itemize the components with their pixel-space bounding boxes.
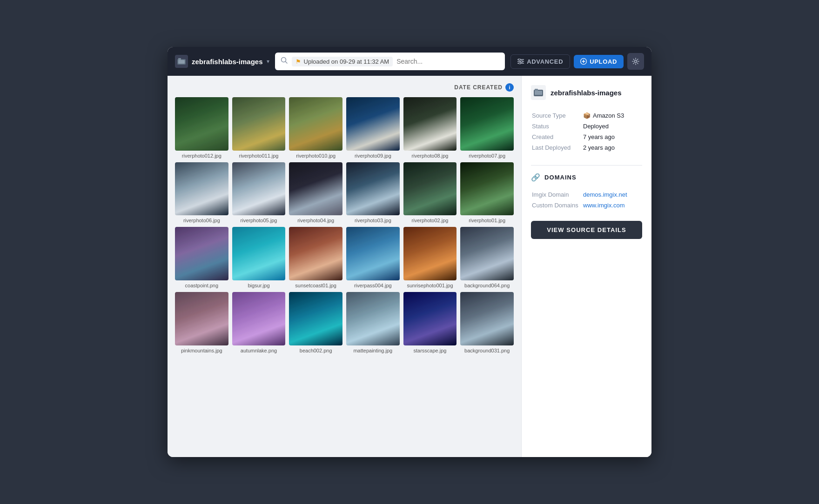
- image-cell[interactable]: riverphoto010.jpg: [289, 97, 342, 159]
- image-cell[interactable]: riverphoto09.jpg: [346, 97, 400, 159]
- image-thumb: [460, 227, 514, 280]
- image-name: starsscape.jpg: [403, 348, 457, 353]
- svg-rect-2: [178, 60, 185, 64]
- header-actions: ADVANCED UPLOAD: [510, 53, 644, 70]
- svg-rect-17: [289, 97, 342, 151]
- image-thumb: [346, 227, 400, 280]
- image-cell[interactable]: starsscape.jpg: [403, 292, 457, 353]
- source-name-header: zebrafishlabs-images: [192, 58, 263, 66]
- image-cell[interactable]: pinkmountains.jpg: [175, 292, 228, 353]
- sidebar-source-icon: [531, 85, 546, 100]
- svg-rect-37: [403, 292, 457, 345]
- image-cell[interactable]: background031.png: [460, 292, 514, 353]
- image-cell[interactable]: background064.png: [460, 227, 514, 288]
- image-cell[interactable]: riverphoto02.jpg: [403, 162, 457, 224]
- source-type-value: 📦 Amazon S3: [583, 112, 624, 119]
- svg-rect-24: [346, 162, 400, 216]
- sidebar-source-name: zebrafishlabs-images: [550, 89, 622, 97]
- image-name: mattepainting.jpg: [346, 348, 400, 353]
- image-name: riverphoto08.jpg: [403, 153, 457, 159]
- image-name: riverphoto012.jpg: [175, 153, 228, 159]
- image-cell[interactable]: riverphoto08.jpg: [403, 97, 457, 159]
- image-cell[interactable]: riverphoto04.jpg: [289, 162, 342, 224]
- image-cell[interactable]: mattepainting.jpg: [346, 292, 400, 353]
- domains-table: Imgix Domain demos.imgix.net Custom Doma…: [531, 188, 642, 212]
- image-cell[interactable]: sunrisephoto001.jpg: [403, 227, 457, 288]
- image-thumb: [289, 292, 342, 345]
- image-thumb: [175, 97, 228, 151]
- custom-domain-value[interactable]: www.imgix.com: [583, 202, 625, 209]
- image-thumb: [403, 292, 457, 345]
- info-table: Source Type 📦 Amazon S3 Status Deployed …: [531, 109, 642, 154]
- svg-rect-23: [289, 162, 342, 216]
- imgix-domain-value[interactable]: demos.imgix.net: [583, 191, 627, 198]
- image-name: beach002.png: [289, 348, 342, 353]
- image-cell[interactable]: riverphoto01.jpg: [460, 162, 514, 224]
- image-cell[interactable]: riverphoto07.jpg: [460, 97, 514, 159]
- image-cell[interactable]: coastpoint.png: [175, 227, 228, 288]
- filter-tag[interactable]: ⚑ Uploaded on 09-29 at 11:32 AM: [292, 57, 393, 66]
- imgix-domain-label: Imgix Domain: [532, 191, 583, 198]
- image-cell[interactable]: riverphoto012.jpg: [175, 97, 228, 159]
- image-thumb: [346, 292, 400, 345]
- image-thumb: [232, 292, 286, 345]
- section-divider: [531, 165, 642, 166]
- created-label: Created: [532, 133, 583, 140]
- svg-point-14: [635, 60, 637, 63]
- image-cell[interactable]: bigsur.jpg: [232, 227, 286, 288]
- svg-rect-26: [460, 162, 514, 216]
- image-name: pinkmountains.jpg: [175, 348, 228, 353]
- image-thumb: [232, 97, 286, 151]
- svg-point-9: [521, 60, 523, 62]
- image-name: riverphoto010.jpg: [289, 153, 342, 159]
- image-cell[interactable]: riverphoto05.jpg: [232, 162, 286, 224]
- svg-rect-34: [232, 292, 286, 345]
- last-deployed-label: Last Deployed: [532, 144, 583, 151]
- svg-rect-15: [175, 97, 228, 151]
- date-created-label: DATE CREATED: [454, 84, 503, 91]
- info-icon[interactable]: i: [505, 83, 514, 92]
- svg-rect-18: [346, 97, 400, 151]
- upload-button[interactable]: UPLOAD: [574, 55, 624, 68]
- search-input[interactable]: [396, 58, 499, 65]
- image-thumb: [289, 227, 342, 280]
- svg-rect-28: [232, 227, 286, 280]
- image-name: sunrisephoto001.jpg: [403, 283, 457, 288]
- image-cell[interactable]: riverpass004.jpg: [346, 227, 400, 288]
- svg-rect-36: [346, 292, 400, 345]
- advanced-button[interactable]: ADVANCED: [510, 54, 570, 69]
- svg-rect-21: [175, 162, 228, 216]
- image-name: riverphoto09.jpg: [346, 153, 400, 159]
- source-icon: [175, 55, 188, 68]
- svg-point-10: [519, 62, 521, 64]
- status-value: Deployed: [583, 123, 609, 130]
- settings-button[interactable]: [627, 53, 644, 70]
- svg-rect-27: [175, 227, 228, 280]
- last-deployed-row: Last Deployed 2 years ago: [532, 142, 641, 153]
- image-cell[interactable]: beach002.png: [289, 292, 342, 353]
- custom-domain-label: Custom Domains: [532, 202, 583, 209]
- svg-rect-41: [535, 91, 542, 95]
- image-name: riverphoto07.jpg: [460, 153, 514, 159]
- image-name: riverphoto06.jpg: [175, 218, 228, 223]
- svg-rect-22: [232, 162, 286, 216]
- source-selector[interactable]: zebrafishlabs-images ▾: [175, 55, 269, 68]
- image-thumb: [346, 97, 400, 151]
- image-cell[interactable]: riverphoto011.jpg: [232, 97, 286, 159]
- image-cell[interactable]: riverphoto06.jpg: [175, 162, 228, 224]
- header: zebrafishlabs-images ▾ ⚑ Uploaded on 09-…: [168, 47, 651, 76]
- image-cell[interactable]: sunsetcoast01.jpg: [289, 227, 342, 288]
- image-grid-section: DATE CREATED i riverphoto012.jpg riverph…: [168, 76, 521, 457]
- svg-rect-32: [460, 227, 514, 280]
- svg-rect-20: [460, 97, 514, 151]
- source-type-row: Source Type 📦 Amazon S3: [532, 110, 641, 121]
- image-cell[interactable]: autumnlake.png: [232, 292, 286, 353]
- app-window: zebrafishlabs-images ▾ ⚑ Uploaded on 09-…: [168, 47, 651, 457]
- view-source-button[interactable]: VIEW SOURCE DETAILS: [531, 221, 642, 239]
- search-icon: [281, 57, 288, 66]
- image-thumb: [403, 227, 457, 280]
- svg-point-8: [518, 59, 520, 60]
- image-cell[interactable]: riverphoto03.jpg: [346, 162, 400, 224]
- image-thumb: [289, 97, 342, 151]
- image-thumb: [460, 97, 514, 151]
